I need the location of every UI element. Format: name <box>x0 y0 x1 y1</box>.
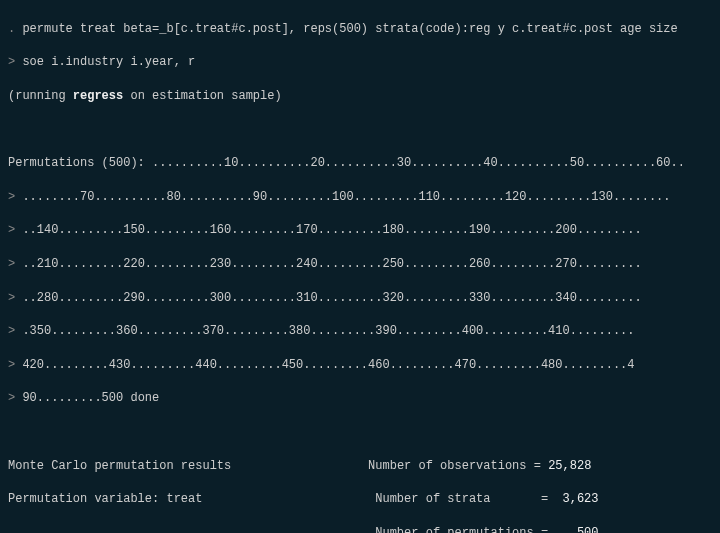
perm-progress-3: > ..210.........220.........230.........… <box>8 256 712 273</box>
perm-progress-2: > ..140.........150.........160.........… <box>8 222 712 239</box>
result-hdr-2: Permutation variable: treat Number of st… <box>8 491 712 508</box>
perm-progress-7: > 90.........500 done <box>8 390 712 407</box>
perm-progress-4: > ..280.........290.........300.........… <box>8 290 712 307</box>
result-hdr-3: Number of permutations = 500 <box>8 525 712 533</box>
terminal-screen: . permute treat beta=_b[c.treat#c.post],… <box>0 0 720 533</box>
result-hdr-1: Monte Carlo permutation results Number o… <box>8 458 712 475</box>
perm-progress-6: > 420.........430.........440.........45… <box>8 357 712 374</box>
running-msg: (running regress on estimation sample) <box>8 88 712 105</box>
cmd-line-2: > soe i.industry i.year, r <box>8 54 712 71</box>
perm-progress-1: > ........70..........80..........90....… <box>8 189 712 206</box>
perm-progress-0: Permutations (500): ..........10........… <box>8 155 712 172</box>
cmd-line-1: . permute treat beta=_b[c.treat#c.post],… <box>8 21 712 38</box>
perm-progress-5: > .350.........360.........370.........3… <box>8 323 712 340</box>
